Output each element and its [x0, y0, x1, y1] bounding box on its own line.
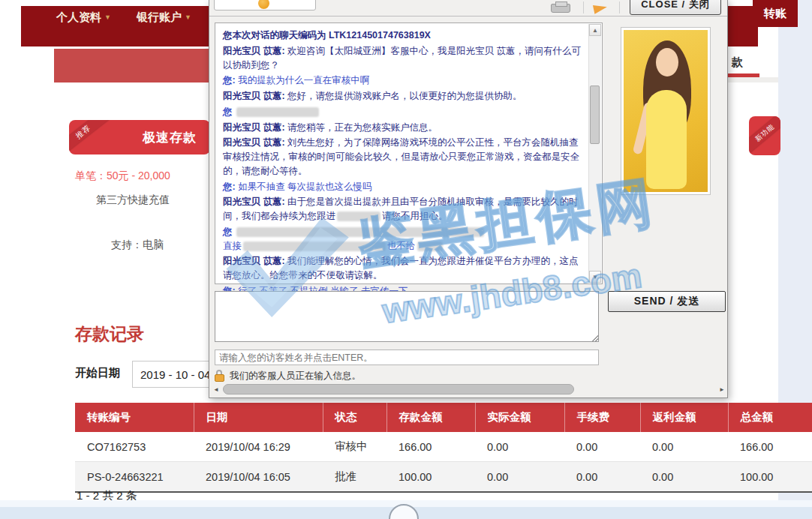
agent-photo	[621, 27, 711, 195]
fast-deposit-label: 极速存款	[143, 129, 197, 146]
chat-message: 阳光宝贝 苡蕙: 我们能理解您的心情，我们会一直为您跟进并催促平台方办理的，这点…	[223, 254, 582, 283]
records-column-header: 状态	[323, 403, 386, 432]
printer-icon[interactable]	[551, 4, 570, 13]
chat-message: 您: 如果不抽查 每次提款也这么慢吗	[223, 180, 582, 194]
chat-messages: 您本次对话的聊天编码为 LTK121450174763819X阳光宝贝 苡蕙: …	[223, 27, 582, 300]
scroll-left-icon[interactable]: ◄	[211, 384, 221, 395]
scrollbar-thumb[interactable]	[590, 86, 600, 144]
records-column-header: 总金额	[728, 403, 812, 432]
photo-figure	[656, 48, 678, 76]
records-cell: 2019/10/04 16:29	[194, 432, 323, 462]
emoji-icon[interactable]	[258, 0, 269, 9]
table-row: PS-0-246632212019/10/04 16:05批准100.000.0…	[75, 462, 812, 493]
chat-message: 您本次对话的聊天编码为 LTK121450174763819X	[223, 28, 582, 43]
chat-message: 阳光宝贝 苡蕙: 欢迎咨询【太阳城亚洲】客服中心，我是阳光宝贝 苡蕙，请问有什么…	[223, 44, 582, 73]
chat-message-sender: 您	[223, 106, 235, 117]
records-cell: 0.00	[564, 462, 640, 493]
send-transcript-icon[interactable]	[593, 2, 608, 14]
fast-deposit-button[interactable]: 推荐 极速存款	[69, 120, 210, 154]
records-cell: 0.00	[640, 462, 728, 493]
records-cell: 审核中	[323, 432, 386, 462]
chat-message-sender: 您:	[223, 75, 238, 86]
tab-deposit-partial[interactable]: 款	[728, 52, 759, 74]
records-cell: 100.00	[728, 462, 812, 493]
chat-message-sender: 阳光宝贝 苡蕙:	[223, 122, 287, 133]
chat-message-sender: 阳光宝贝 苡蕙:	[223, 91, 287, 101]
records-header-row: 转账编号日期状态存款金额实际金额手续费返利金额总金额	[75, 403, 812, 432]
records-column-header: 实际金额	[475, 403, 564, 432]
chat-message-sender: 阳光宝贝 苡蕙:	[223, 196, 287, 207]
deposit-limit-text: 单笔：50元 - 20,000	[75, 170, 170, 183]
records-cell: 166.00	[386, 432, 475, 462]
chat-toolbar: CLOSE / 关闭	[209, 0, 727, 16]
redacted-text	[243, 242, 386, 251]
live-chat-window: CLOSE / 关闭 您本次对话的聊天编码为 LTK12145017476381…	[209, 0, 728, 398]
chat-message-sender: 阳光宝贝 苡蕙:	[223, 137, 287, 148]
chat-message-input[interactable]	[215, 291, 599, 342]
redacted-text	[236, 107, 319, 117]
chat-message-area: 您本次对话的聊天编码为 LTK121450174763819X阳光宝贝 苡蕙: …	[215, 22, 603, 284]
records-column-header: 手续费	[564, 403, 640, 432]
redacted-text	[417, 242, 443, 251]
scroll-up-icon[interactable]: ▲	[589, 24, 601, 36]
toolbar-divider	[583, 2, 584, 14]
close-chat-button[interactable]: CLOSE / 关闭	[630, 0, 721, 15]
chat-message-sender: 您:	[223, 182, 238, 192]
chat-message-sender: 阳光宝贝 苡蕙:	[223, 46, 287, 56]
nav-item-profile[interactable]: 个人资料▼	[56, 10, 111, 25]
lock-icon	[215, 370, 224, 382]
scroll-down-icon[interactable]: ▼	[589, 271, 601, 283]
chat-message-sender: 阳光宝贝 苡蕙:	[223, 256, 287, 266]
chat-message-sender: 您	[223, 226, 235, 237]
records-cell: 166.00	[728, 432, 812, 462]
chat-vertical-scrollbar[interactable]: ▲ ▼	[588, 24, 601, 283]
chevron-down-icon: ▼	[104, 14, 111, 21]
chat-message: 阳光宝贝 苡蕙: 请您稍等，正在为您核实账户信息。	[223, 121, 582, 135]
send-button[interactable]: SEND / 发送	[608, 291, 726, 312]
textarea-resize-handle[interactable]	[591, 334, 598, 341]
records-column-header: 转账编号	[75, 403, 194, 432]
deposit-channel-text: 第三方快捷充值	[96, 194, 170, 207]
start-date-label: 开始日期	[75, 366, 120, 380]
records-cell: 0.00	[564, 432, 640, 462]
toolbar-divider	[619, 2, 620, 14]
records-cell: 批准	[323, 462, 386, 493]
records-column-header: 日期	[194, 403, 323, 432]
typing-status-row: 我们的客服人员正在输入信息。	[215, 369, 361, 382]
nav-item-bank-account[interactable]: 银行账户▼	[137, 10, 191, 25]
scrollbar-thumb[interactable]	[223, 384, 574, 394]
photo-figure	[646, 90, 687, 189]
chat-message: 您 直接也不给	[223, 225, 582, 254]
chat-message: 阳光宝贝 苡蕙: 由于您是首次提出提款并且由平台分随机抽取审核，是需要比较久的时…	[223, 195, 582, 224]
chat-message: 您: 我的提款为什么一直在审核中啊	[223, 74, 582, 88]
records-cell: PS-0-24663221	[75, 462, 194, 493]
table-row: CO71627532019/10/04 16:29审核中166.000.000.…	[75, 432, 812, 462]
chat-horizontal-scrollbar[interactable]: ◄ ►	[211, 383, 727, 396]
chat-message: 阳光宝贝 苡蕙: 刘先生您好，为了保障网络游戏环境的公平公正性，平台方会随机抽查…	[223, 136, 582, 178]
agent-photo-image	[624, 30, 708, 192]
chat-message: 您	[223, 105, 582, 119]
redacted-text	[337, 212, 380, 221]
chevron-down-icon: ▼	[185, 14, 191, 21]
typing-status-text: 我们的客服人员正在输入信息。	[230, 369, 361, 383]
nav-item-transfer[interactable]: 转账	[753, 0, 798, 27]
records-table: 转账编号日期状态存款金额实际金额手续费返利金额总金额 CO71627532019…	[75, 403, 812, 493]
records-cell: CO7162753	[75, 432, 194, 462]
scroll-right-icon[interactable]: ►	[717, 384, 727, 395]
new-feature-button[interactable]: 新功能	[749, 116, 780, 155]
redacted-text	[236, 227, 484, 237]
records-cell: 100.00	[386, 462, 475, 493]
nav-item-label: 个人资料	[56, 10, 101, 23]
new-feature-ribbon: 新功能	[749, 116, 780, 155]
records-cell: 0.00	[475, 462, 564, 493]
recommend-ribbon: 推荐	[69, 120, 113, 154]
visitor-name-input[interactable]	[215, 350, 599, 365]
chat-top-input[interactable]	[214, 0, 316, 10]
records-cell: 0.00	[640, 432, 728, 462]
nav-item-label: 银行账户	[137, 10, 182, 23]
records-cell: 0.00	[475, 432, 564, 462]
chat-message: 阳光宝贝 苡蕙: 您好，请您提供游戏账户名，以便更好的为您提供协助。	[223, 89, 582, 104]
deposit-support-text: 支持：电脑	[111, 238, 164, 252]
records-cell: 2019/10/04 16:05	[194, 462, 323, 493]
records-column-header: 返利金额	[640, 403, 728, 432]
